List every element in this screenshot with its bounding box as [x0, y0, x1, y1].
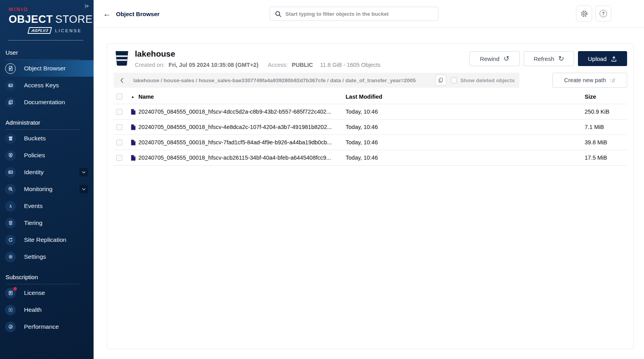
modified-column-header[interactable]: Last Modified — [346, 94, 585, 100]
sidebar-item-policies[interactable]: Policies — [0, 147, 94, 164]
show-deleted-toggle[interactable]: Show deleted objects — [451, 77, 515, 83]
policies-icon — [5, 150, 16, 161]
minio-logo: MINIO OBJECTSTORE AGPLV3 LICENSE — [9, 6, 82, 34]
agpl-badge: AGPLV3 — [28, 27, 52, 34]
table-row[interactable]: 20240705_084555_00018_hfscv-acb26115-34b… — [114, 150, 627, 166]
row-cell-name: 20240705_084555_00018_hfscv-4e8dca2c-107… — [131, 124, 346, 130]
sort-ascending-icon: ▲ — [131, 95, 134, 99]
header-cell-select — [114, 94, 131, 99]
search-icon — [275, 11, 282, 17]
table-header-row: ▲ Name Last Modified Size — [114, 89, 627, 104]
sidebar-section-user: User — [6, 49, 94, 56]
row-cell-select — [114, 124, 131, 130]
logo-title: OBJECTSTORE — [9, 13, 82, 26]
size-column-header[interactable]: Size — [585, 94, 627, 100]
upload-icon — [611, 55, 617, 62]
chevron-down-icon[interactable] — [79, 168, 88, 177]
bucket-usage: 11.8 GiB - 1605 Objects — [320, 61, 381, 69]
sidebar-item-label: Performance — [24, 323, 59, 330]
object-size: 39.8 MiB — [585, 139, 627, 145]
topbar-actions: ? — [576, 6, 611, 22]
sidebar-item-label: Health — [24, 306, 42, 313]
object-modified: Today, 10:46 — [346, 124, 585, 130]
row-checkbox[interactable] — [116, 109, 122, 115]
row-cell-name: 20240705_084555_00018_hfscv-acb26115-34b… — [131, 155, 346, 161]
row-checkbox[interactable] — [116, 140, 122, 145]
sidebar-item-buckets[interactable]: Buckets — [0, 130, 94, 147]
back-arrow-icon: ← — [103, 10, 111, 18]
file-icon — [131, 155, 136, 161]
license-alert-dot — [13, 287, 17, 291]
sidebar-item-object-browser[interactable]: Object Browser — [0, 60, 94, 77]
breadcrumb-back-button[interactable] — [114, 73, 129, 88]
show-deleted-checkbox[interactable] — [451, 77, 457, 83]
chevron-down-icon[interactable] — [79, 185, 88, 193]
copy-path-button[interactable] — [435, 75, 446, 86]
access-label: Access: — [268, 61, 288, 69]
bucket-title-block: lakehouse Created on: Fri, Jul 05 2024 1… — [135, 49, 381, 69]
refresh-button-label: Refresh — [534, 55, 554, 62]
events-icon: λ — [5, 201, 16, 212]
sidebar-item-label: Site Replication — [24, 236, 66, 243]
sidebar-item-label: Tiering — [24, 219, 42, 226]
create-new-path-button[interactable]: Create new path — [552, 73, 627, 88]
sidebar-item-site-replication[interactable]: Site Replication — [0, 232, 94, 248]
upload-button[interactable]: Upload — [578, 51, 627, 66]
license-icon — [5, 288, 16, 298]
sidebar-item-events[interactable]: λ Events — [0, 198, 94, 214]
page-title: Object Browser — [116, 11, 160, 17]
row-cell-select — [114, 155, 131, 161]
refresh-button[interactable]: Refresh ↻ — [524, 51, 574, 66]
sidebar-item-access-keys[interactable]: Access Keys — [0, 77, 94, 94]
section-divider — [6, 129, 80, 130]
logo-brand-text: MINIO — [9, 6, 82, 12]
sidebar-item-label: Monitoring — [24, 186, 52, 193]
page-back-button[interactable]: ← Object Browser — [103, 0, 160, 28]
object-name: 20240705_084555_00018_hfscv-7fad1cf5-84a… — [138, 139, 332, 145]
performance-icon — [5, 322, 16, 332]
table-row[interactable]: 20240705_084555_00018_hfscv-4e8dca2c-107… — [114, 120, 627, 135]
section-divider — [6, 284, 80, 284]
bucket-meta: Created on: Fri, Jul 05 2024 10:35:08 (G… — [135, 61, 381, 69]
sidebar-item-performance[interactable]: Performance — [0, 318, 94, 335]
row-checkbox[interactable] — [116, 124, 122, 130]
sidebar-collapse-icon[interactable] — [84, 3, 90, 9]
search-input[interactable] — [285, 11, 433, 17]
topbar: ← Object Browser ? — [94, 0, 644, 28]
refresh-icon: ↻ — [558, 55, 564, 62]
row-cell-select — [114, 109, 131, 115]
table-row[interactable]: 20240705_084555_00018_hfscv-4dcc5d2a-c8b… — [114, 104, 627, 120]
breadcrumb[interactable]: lakehouse / house-sales / house_sales-ba… — [129, 77, 435, 83]
row-checkbox[interactable] — [116, 155, 122, 161]
gear-icon — [580, 9, 589, 18]
sidebar-item-tiering[interactable]: Tiering — [0, 215, 94, 231]
health-icon — [5, 305, 16, 315]
object-modified: Today, 10:46 — [346, 155, 585, 161]
help-button[interactable]: ? — [595, 6, 611, 22]
sidebar-item-documentation[interactable]: Documentation — [0, 94, 94, 110]
create-new-path-label: Create new path — [564, 77, 606, 83]
rewind-button[interactable]: Rewind ↺ — [469, 51, 520, 66]
breadcrumb-bar: lakehouse / house-sales / house_sales-ba… — [114, 73, 519, 88]
settings-button[interactable] — [576, 6, 592, 22]
sidebar-item-label: Settings — [24, 253, 46, 260]
sidebar-item-health[interactable]: Health — [0, 302, 94, 318]
sidebar-item-label: Documentation — [24, 99, 65, 106]
object-modified: Today, 10:46 — [346, 109, 585, 115]
bucket-header: lakehouse Created on: Fri, Jul 05 2024 1… — [107, 44, 633, 69]
access-value[interactable]: PUBLIC — [292, 61, 313, 69]
row-cell-name: 20240705_084555_00018_hfscv-7fad1cf5-84a… — [131, 139, 346, 145]
sidebar-item-license[interactable]: License — [0, 285, 94, 301]
table-row[interactable]: 20240705_084555_00018_hfscv-7fad1cf5-84a… — [114, 135, 627, 150]
section-divider — [6, 59, 80, 60]
row-cell-select — [114, 140, 131, 145]
sidebar-item-settings[interactable]: Settings — [0, 249, 94, 265]
select-all-checkbox[interactable] — [116, 94, 122, 99]
sidebar-item-monitoring[interactable]: Monitoring — [0, 181, 94, 197]
name-column-header: Name — [138, 94, 154, 100]
logo-title-light: STORE — [55, 13, 93, 25]
objects-table: ▲ Name Last Modified Size 20240705_08455… — [114, 89, 627, 166]
sidebar-item-identity[interactable]: Identity — [0, 164, 94, 180]
header-cell-name[interactable]: ▲ Name — [131, 94, 346, 100]
show-deleted-label: Show deleted objects — [460, 77, 515, 83]
